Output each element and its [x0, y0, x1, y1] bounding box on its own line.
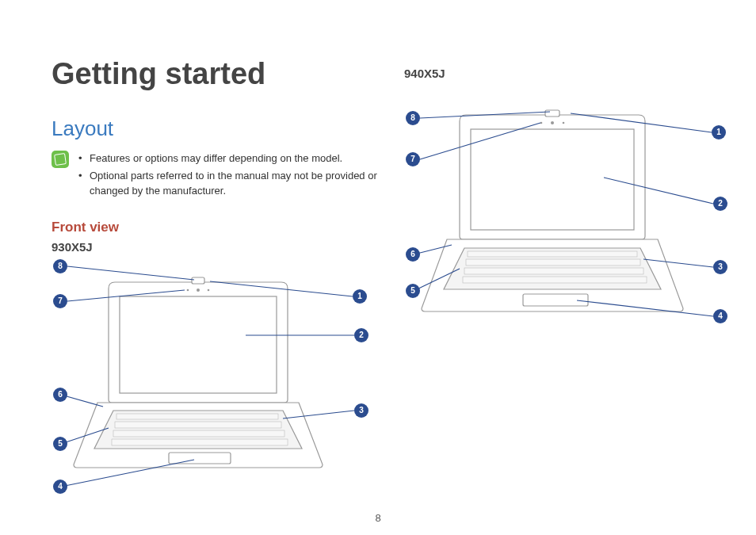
callout-8: 8 [406, 111, 420, 125]
callout-5: 5 [406, 284, 420, 298]
note-block: Features or options may differ depending… [52, 151, 384, 201]
front-view-heading: Front view [52, 220, 384, 235]
page-number: 8 [0, 512, 756, 524]
diagram-940x5j: 1 2 3 4 5 6 7 8 [404, 86, 737, 340]
page-title: Getting started [52, 57, 384, 91]
callout-4: 4 [713, 309, 727, 323]
callout-5: 5 [53, 437, 67, 451]
callout-6: 6 [53, 388, 67, 402]
model-label-b: 940X5J [404, 67, 737, 80]
callout-4: 4 [53, 480, 67, 494]
callout-8: 8 [53, 259, 67, 273]
note-item: Features or options may differ depending… [78, 151, 384, 166]
callout-3: 3 [713, 260, 727, 274]
note-icon [52, 151, 69, 168]
callout-3: 3 [354, 403, 368, 418]
callout-7: 7 [53, 294, 67, 308]
callout-2: 2 [713, 197, 727, 211]
section-title: Layout [52, 117, 384, 141]
callout-1: 1 [353, 289, 367, 304]
callout-7: 7 [406, 152, 420, 166]
note-item: Optional parts referred to in the manual… [78, 168, 384, 199]
model-label-a: 930X5J [52, 240, 384, 254]
callout-1: 1 [712, 125, 726, 139]
callout-2: 2 [354, 328, 368, 342]
diagram-930x5j: 1 2 3 4 5 6 7 8 [52, 260, 384, 498]
callout-6: 6 [406, 247, 420, 262]
